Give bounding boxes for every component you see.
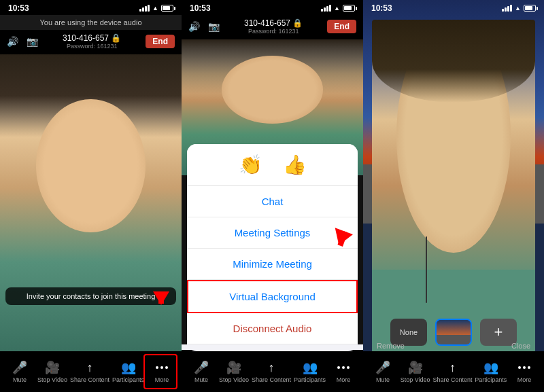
signal-icon-3 <box>502 5 512 12</box>
wifi-icon-3: ▲ <box>515 5 521 12</box>
meeting-settings-menu-item[interactable]: Meeting Settings <box>187 217 358 249</box>
toolbar-2: 🎤 Mute 🎥 Stop Video ↑ Share Content 👥 Pa… <box>182 351 363 392</box>
participants-label-3: Participants <box>475 376 507 383</box>
status-icons-1: ▲ <box>139 5 173 12</box>
share-button-2[interactable]: ↑ Share Content <box>252 360 291 383</box>
p3-bottom-labels: Remove Close <box>363 342 544 350</box>
share-label-1: Share Content <box>70 376 109 383</box>
disconnect-audio-menu-item[interactable]: Disconnect Audio <box>187 313 358 344</box>
stop-video-button-2[interactable]: 🎥 Stop Video <box>219 360 249 383</box>
meeting-bar-1: 🔊 📷 310-416-657 🔒 Password: 161231 End <box>0 30 182 54</box>
disconnect-audio-label: Disconnect Audio <box>233 323 312 334</box>
more-icon-3 <box>518 360 530 375</box>
end-button-1[interactable]: End <box>146 35 175 48</box>
more-icon <box>156 360 168 375</box>
mute-icon-3: 🎤 <box>375 360 390 375</box>
participants-icon: 👥 <box>121 360 136 375</box>
more-button-2[interactable]: More <box>328 360 358 383</box>
stop-video-label-1: Stop Video <box>37 376 67 383</box>
share-icon: ↑ <box>86 360 92 375</box>
share-button-1[interactable]: ↑ Share Content <box>70 360 109 383</box>
camera-icon: 📷 <box>27 36 38 47</box>
close-button[interactable]: Close <box>511 342 530 350</box>
share-label-2: Share Content <box>252 376 291 383</box>
meeting-bar-2: 🔊 📷 310-416-657 🔒 Password: 161231 End <box>182 15 363 39</box>
more-button-3[interactable]: More <box>509 360 539 383</box>
video-icon-3: 🎥 <box>408 360 423 375</box>
battery-icon-2 <box>343 5 355 12</box>
meeting-left-icons: 🔊 📷 <box>7 36 38 47</box>
chat-menu-item[interactable]: Chat <box>187 186 358 217</box>
time-3: 10:53 <box>371 3 392 13</box>
share-icon-3: ↑ <box>449 360 456 375</box>
meeting-id-2: 310-416-657 🔒 <box>220 18 327 28</box>
mute-button-1[interactable]: 🎤 Mute <box>5 360 35 383</box>
virtual-background-label: Virtual Background <box>229 291 315 302</box>
share-icon-2: ↑ <box>268 360 274 375</box>
menu-sheet: 👏 👍 Chat Meeting Settings Minimize Meeti… <box>187 144 358 344</box>
meeting-settings-label: Meeting Settings <box>235 227 311 238</box>
minimize-meeting-menu-item[interactable]: Minimize Meeting <box>187 249 358 280</box>
more-label-2: More <box>337 376 351 383</box>
participants-label-1: Participants <box>112 376 144 383</box>
wifi-icon-2: ▲ <box>334 5 340 12</box>
camera-icon-2: 📷 <box>208 21 220 32</box>
wifi-icon: ▲ <box>152 5 158 12</box>
time-1: 10:53 <box>8 3 29 13</box>
more-icon-2 <box>337 360 350 375</box>
remove-button[interactable]: Remove <box>377 342 405 350</box>
chat-label: Chat <box>262 196 284 207</box>
mute-button-3[interactable]: 🎤 Mute <box>368 360 398 383</box>
panel-3: 10:53 ▲ None <box>363 0 544 392</box>
participants-button-3[interactable]: 👥 Participants <box>475 360 507 383</box>
video-icon-2: 🎥 <box>226 360 241 375</box>
stop-video-label-3: Stop Video <box>401 376 430 383</box>
meeting-info-2: 310-416-657 🔒 Password: 161231 <box>220 18 327 35</box>
meeting-left-icons-2: 🔊 📷 <box>188 21 220 32</box>
participants-icon-2: 👥 <box>303 360 318 375</box>
status-icons-2: ▲ <box>321 5 355 12</box>
video-icon: 🎥 <box>45 360 60 375</box>
signal-icon <box>139 5 150 12</box>
menu-spacer <box>182 344 363 350</box>
participants-button-2[interactable]: 👥 Participants <box>294 360 326 383</box>
reaction-row: 👏 👍 <box>187 144 358 186</box>
device-audio-text: You are using the device audio <box>39 18 141 26</box>
battery-icon-3 <box>524 5 536 12</box>
meeting-info-1: 310-416-657 🔒 Password: 161231 <box>38 33 146 50</box>
more-button-1[interactable]: More <box>147 360 177 383</box>
battery-icon <box>161 5 173 12</box>
thumbs-up-emoji[interactable]: 👍 <box>283 154 307 176</box>
video-area-1: Invite your contacts to join this meetin… <box>0 54 182 351</box>
end-button-2[interactable]: End <box>327 20 356 33</box>
speaker-icon-2: 🔊 <box>188 21 200 32</box>
mute-label-2: Mute <box>194 376 208 383</box>
status-icons-3: ▲ <box>502 5 536 12</box>
invite-toast: Invite your contacts to join this meetin… <box>5 287 176 305</box>
mute-icon: 🎤 <box>12 360 27 375</box>
video-feed-1 <box>0 54 182 351</box>
participants-button-1[interactable]: 👥 Participants <box>112 360 144 383</box>
video-area-3: None + Remove Close <box>363 0 544 392</box>
plus-icon: + <box>494 323 503 341</box>
speaker-icon: 🔊 <box>7 36 18 47</box>
status-bar-1: 10:53 ▲ <box>0 0 182 15</box>
password-2: Password: 161231 <box>220 28 327 35</box>
share-button-3[interactable]: ↑ Share Content <box>432 360 472 383</box>
virtual-background-menu-item[interactable]: Virtual Background <box>187 280 358 313</box>
mute-label-3: Mute <box>376 376 390 383</box>
invite-toast-text: Invite your contacts to join this meetin… <box>27 292 156 300</box>
stop-video-button-3[interactable]: 🎥 Stop Video <box>401 360 430 383</box>
stop-video-button-1[interactable]: 🎥 Stop Video <box>37 360 67 383</box>
more-label-1: More <box>155 376 169 383</box>
clap-emoji[interactable]: 👏 <box>239 154 262 176</box>
mute-button-2[interactable]: 🎤 Mute <box>186 360 216 383</box>
meeting-id-1: 310-416-657 🔒 <box>38 33 146 43</box>
status-bar-3: 10:53 ▲ <box>363 0 544 15</box>
stop-video-label-2: Stop Video <box>219 376 249 383</box>
share-label-3: Share Content <box>432 376 472 383</box>
minimize-meeting-label: Minimize Meeting <box>233 258 312 270</box>
password-1: Password: 161231 <box>38 43 146 50</box>
participants-icon-3: 👥 <box>483 360 498 375</box>
panel-1: 10:53 ▲ You are using the device audio 🔊… <box>0 0 182 392</box>
